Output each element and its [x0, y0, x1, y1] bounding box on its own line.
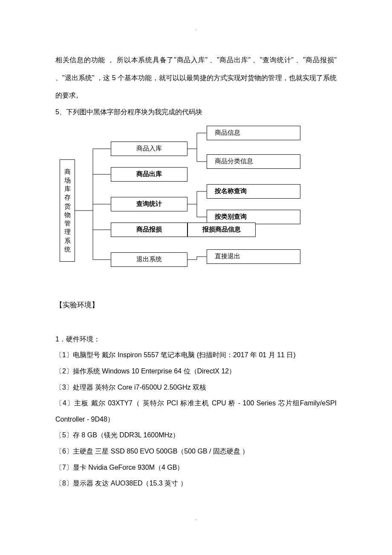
system-diagram: 商场库存货物管理系统 商品入库 商品出库 查询统计 商品报损 退出系统 商品信息…	[55, 125, 337, 270]
bottom-mark: .	[196, 516, 197, 521]
env-item: 〔1〕电脑型号 戴尔 Inspiron 5557 笔记本电脑 (扫描时间：201…	[55, 347, 337, 363]
diagram-leaf-info: 商品信息	[207, 126, 300, 140]
env-list: 1．硬件环境： 〔1〕电脑型号 戴尔 Inspiron 5557 笔记本电脑 (…	[55, 331, 337, 491]
diagram-mid-4: 退出系统	[111, 252, 187, 267]
document-page: . 相关信息的功能 ， 所以本系统具备了"商品入库" 、"商品出库" 、"查询统…	[0, 0, 392, 555]
diagram-leaf-damage: 报损商品信息	[187, 223, 256, 237]
heading-5: 5、下列图中黑体字部分程序块为我完成的代码块	[55, 108, 337, 117]
env-item: 〔3〕处理器 英特尔 Core i7-6500U 2.50GHz 双核	[55, 379, 337, 396]
env-item: 〔5〕存 8 GB（镁光 DDR3L 1600MHz）	[55, 427, 337, 443]
env-item: 〔7〕显卡 Nvidia GeForce 930M（4 GB）	[55, 460, 337, 476]
diagram-leaf-exit: 直接退出	[207, 249, 300, 264]
env-item: 〔2〕操作系统 Windows 10 Enterprise 64 位（Direc…	[55, 363, 337, 379]
diagram-mid-0: 商品入库	[111, 142, 187, 156]
env-section-title: 【实验环境】	[55, 300, 337, 310]
top-mark: .	[196, 26, 197, 31]
diagram-root-label: 商场库存货物管理系统	[64, 168, 71, 254]
diagram-leaf-query-name: 按名称查询	[207, 184, 300, 199]
diagram-mid-1: 商品出库	[111, 167, 187, 182]
diagram-leaf-category: 商品分类信息	[207, 154, 300, 169]
env-item: 〔8〕显示器 友达 AUO38ED（15.3 英寸 ）	[55, 475, 337, 491]
env-header: 1．硬件环境：	[55, 331, 337, 347]
intro-paragraph: 相关信息的功能 ， 所以本系统具备了"商品入库" 、"商品出库" 、"查询统计"…	[55, 51, 337, 104]
diagram-mid-3: 商品报损	[111, 223, 187, 237]
diagram-root: 商场库存货物管理系统	[60, 159, 75, 262]
env-item: 〔6〕主硬盘 三星 SSD 850 EVO 500GB（500 GB / 固态硬…	[55, 443, 337, 460]
diagram-leaf-query-type: 按类别查询	[207, 210, 300, 224]
diagram-mid-2: 查询统计	[111, 197, 187, 211]
env-item: 〔4〕主板 戴尔 03XTY7（ 英特尔 PCI 标准主机 CPU 桥 - 10…	[55, 395, 337, 427]
